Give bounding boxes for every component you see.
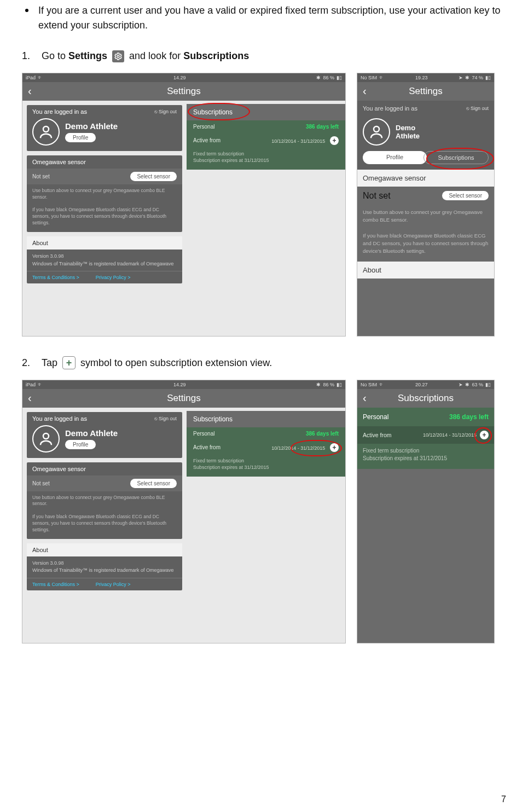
user-name: Demo Athlete xyxy=(65,428,118,438)
status-bar: iPadᯤ 14.29 ✱86 %▮▯ xyxy=(22,73,345,82)
sensor-header: Omegawave sensor xyxy=(32,159,86,165)
battery-icon: ▮▯ xyxy=(485,382,491,387)
sub-personal-label: Personal xyxy=(363,413,388,421)
about-card: About Version 3.0.98 Windows of Trainabi… xyxy=(27,236,182,283)
back-icon[interactable]: ‹ xyxy=(28,392,32,404)
about-header: About xyxy=(32,547,48,553)
back-icon[interactable]: ‹ xyxy=(363,85,367,97)
avatar-icon xyxy=(363,118,390,146)
screenshot-row-1: iPadᯤ 14.29 ✱86 %▮▯ ‹ Settings You are l… xyxy=(22,73,506,337)
sensor-header: Omegawave sensor xyxy=(32,466,86,472)
page-title: Settings xyxy=(167,393,200,404)
sensor-status: Not set xyxy=(363,191,391,201)
signout-icon: ⎋ xyxy=(154,109,157,114)
about-header: About xyxy=(32,240,48,246)
sensor-help: Use button above to connect your grey Om… xyxy=(27,491,182,539)
trademark-label: Windows of Trainability™ is registered t… xyxy=(32,567,177,575)
wifi-icon: ᯤ xyxy=(379,382,384,387)
subscriptions-header[interactable]: Subscriptions xyxy=(187,411,345,427)
days-left: 386 days left xyxy=(449,413,489,421)
sensor-card: Omegawave sensor Not set Select sensor U… xyxy=(27,462,182,539)
ipad-screenshot-2: iPadᯤ 14.29 ✱86 %▮▯ ‹ Settings You are l… xyxy=(22,380,346,643)
page-number: 7 xyxy=(501,794,506,804)
page-title: Settings xyxy=(167,86,200,97)
user-name-line1: Demo xyxy=(396,124,420,132)
signout-icon: ⎋ xyxy=(154,416,157,421)
sub-personal-label: Personal xyxy=(193,124,214,130)
select-sensor-button[interactable]: Select sensor xyxy=(442,191,489,200)
step-2: 2. Tap + symbol to open subscription ext… xyxy=(22,355,506,371)
privacy-link[interactable]: Privacy Policy > xyxy=(96,582,131,587)
empty-area xyxy=(357,469,494,643)
version-label: Version 3.0.98 xyxy=(32,560,177,567)
logged-in-label: You are logged in as xyxy=(32,415,87,422)
add-subscription-button[interactable]: + xyxy=(330,136,339,145)
tab-profile[interactable]: Profile xyxy=(363,151,427,164)
sensor-help: Use button above to connect your grey Om… xyxy=(27,184,182,232)
terms-link[interactable]: Terms & Conditions > xyxy=(32,275,79,280)
date-range: 10/12/2014 - 31/12/2015 xyxy=(423,432,477,438)
gear-icon xyxy=(112,50,124,62)
trademark-label: Windows of Trainability™ is registered t… xyxy=(32,260,177,268)
date-range: 10/12/2014 - 31/12/2015 xyxy=(271,138,325,144)
title-bar: ‹ Settings xyxy=(22,389,345,408)
sensor-status: Not set xyxy=(32,480,50,486)
profile-button[interactable]: Profile xyxy=(65,133,96,142)
sensor-help: Use button above to connect your grey Om… xyxy=(357,205,494,262)
subscriptions-panel: Subscriptions Personal 386 days left Act… xyxy=(187,408,345,643)
back-icon[interactable]: ‹ xyxy=(363,392,367,404)
svg-point-2 xyxy=(374,126,379,132)
sign-out-button[interactable]: ⎋Sign out xyxy=(154,416,177,421)
location-icon: ➤ xyxy=(459,382,463,387)
title-bar: ‹ Settings xyxy=(22,82,345,101)
sub-personal-row: Personal 386 days left xyxy=(357,408,494,426)
add-subscription-button[interactable]: + xyxy=(480,431,489,439)
step-2-text: Tap + symbol to open subscription extens… xyxy=(42,355,272,371)
step-number: 2. xyxy=(22,355,34,371)
wifi-icon: ᯤ xyxy=(379,75,384,80)
sign-out-button[interactable]: ⎋Sign out xyxy=(154,109,177,114)
profile-button[interactable]: Profile xyxy=(65,440,96,449)
subscriptions-panel: Subscriptions Personal 386 days left Act… xyxy=(187,101,345,336)
privacy-link[interactable]: Privacy Policy > xyxy=(96,275,131,280)
signout-icon: ⎋ xyxy=(466,106,469,111)
date-range: 10/12/2014 - 31/12/2015 xyxy=(271,445,325,451)
sub-note: Fixed term subscription Subscription exp… xyxy=(187,148,345,170)
terms-link[interactable]: Terms & Conditions > xyxy=(32,582,79,587)
title-bar: ‹ Subscriptions xyxy=(357,389,494,408)
plus-icon: + xyxy=(62,356,76,369)
bullet-dot-icon xyxy=(25,9,28,12)
back-icon[interactable]: ‹ xyxy=(28,85,32,97)
screenshot-row-2: iPadᯤ 14.29 ✱86 %▮▯ ‹ Settings You are l… xyxy=(22,380,506,643)
logged-in-label: You are logged in as xyxy=(363,105,417,112)
page-title: Settings xyxy=(409,86,442,97)
days-left: 386 days left xyxy=(306,431,339,437)
bullet-item: If you are a current user and you have a… xyxy=(22,3,506,33)
tab-subscriptions[interactable]: Subscriptions xyxy=(423,151,489,164)
sensor-status: Not set xyxy=(32,173,50,179)
avatar-icon xyxy=(32,425,60,453)
svg-point-3 xyxy=(43,433,49,439)
select-sensor-button[interactable]: Select sensor xyxy=(130,479,177,488)
wifi-icon: ᯤ xyxy=(38,382,43,387)
user-name: Demo Athlete xyxy=(65,121,118,131)
select-sensor-button[interactable]: Select sensor xyxy=(130,172,177,181)
step-1-text: Go to Settings and look for Subscription… xyxy=(42,48,249,64)
about-card: About Version 3.0.98 Windows of Trainabi… xyxy=(27,543,182,590)
active-from-row: Active from 10/12/2014 - 31/12/2015 + xyxy=(357,426,494,444)
active-from-label: Active from xyxy=(193,137,221,143)
ipad-screenshot-1: iPadᯤ 14.29 ✱86 %▮▯ ‹ Settings You are l… xyxy=(22,73,346,337)
phone-screenshot-1: No SIMᯤ 19.23 ➤✱74 %▮▯ ‹ Settings You ar… xyxy=(357,73,495,337)
phone-screenshot-2: No SIMᯤ 20.27 ➤✱63 %▮▯ ‹ Subscriptions P… xyxy=(357,380,495,643)
sensor-header: Omegawave sensor xyxy=(357,170,494,187)
status-bar: iPadᯤ 14.29 ✱86 %▮▯ xyxy=(22,380,345,389)
svg-point-0 xyxy=(117,55,119,57)
logged-in-label: You are logged in as xyxy=(32,108,87,115)
about-header: About xyxy=(357,262,494,279)
add-subscription-button[interactable]: + xyxy=(330,443,339,452)
sign-out-button[interactable]: ⎋Sign out xyxy=(466,106,489,111)
subscriptions-header[interactable]: Subscriptions xyxy=(187,104,345,120)
sub-note: Fixed term subscription Subscription exp… xyxy=(187,455,345,477)
battery-icon: ▮▯ xyxy=(336,75,342,80)
active-from-label: Active from xyxy=(193,444,221,450)
